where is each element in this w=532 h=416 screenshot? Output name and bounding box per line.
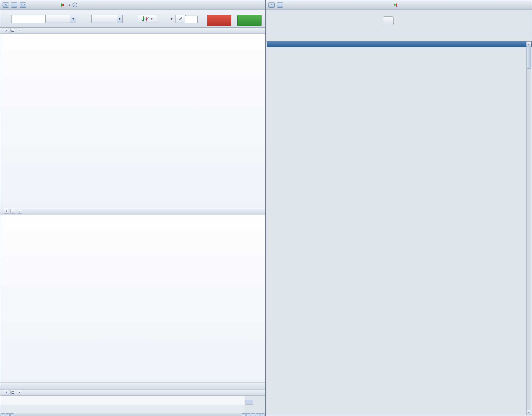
report-header — [266, 10, 532, 33]
minimize-icon[interactable]: − — [277, 2, 283, 8]
qty-input[interactable] — [185, 16, 197, 23]
time-axis — [0, 405, 245, 413]
equity-curve-chart[interactable] — [0, 34, 266, 208]
scroll-down-icon[interactable]: ▼ — [527, 410, 531, 415]
candlestick-icon — [394, 3, 397, 7]
layers-icon[interactable]: ≡ — [1, 414, 5, 416]
wrench-icon[interactable] — [4, 209, 9, 214]
equity-pane-header: × — [0, 28, 265, 34]
chart-style-button[interactable]: ▼ — [138, 15, 157, 23]
close-icon[interactable]: × — [268, 2, 275, 8]
chart-status-strip: ≡ + □ + − ↔ ↕ □ — [0, 413, 265, 416]
chart-toolbar: ▲▼ ▼ ▼ ▼ ▶ — [0, 10, 265, 28]
price-pane-header: ↓ ↑ — [0, 208, 265, 214]
detach-window-icon[interactable] — [10, 28, 15, 33]
close-icon[interactable]: × — [2, 2, 9, 8]
buy-button[interactable] — [237, 15, 262, 26]
expand-arrow-icon[interactable]: ▶ — [171, 17, 173, 20]
report-window: × − ▲ — [266, 0, 532, 416]
strategy-block — [321, 14, 414, 15]
wrench-icon[interactable] — [4, 390, 9, 395]
price-chart[interactable] — [0, 215, 266, 382]
positions-pane-header: × — [0, 389, 265, 396]
add-pane-icon[interactable]: + — [6, 414, 10, 416]
fullscreen-icon[interactable]: □ — [261, 414, 265, 416]
zoom-out-icon[interactable]: − — [246, 414, 250, 416]
symbol-dropdown-icon[interactable]: ▾ — [69, 3, 70, 6]
report-tabs — [266, 33, 532, 41]
chevron-down-icon[interactable]: ▼ — [150, 18, 153, 20]
minimize-icon[interactable]: − — [11, 2, 17, 8]
positions-zero-tag — [246, 400, 253, 405]
sell-arrow-icon[interactable]: ↓ — [10, 209, 15, 214]
chevron-down-icon[interactable]: ▼ — [117, 15, 122, 23]
scrollbar-thumb[interactable] — [527, 47, 531, 68]
units-select[interactable]: ▼ — [45, 15, 76, 23]
zoom-in-icon[interactable]: + — [242, 414, 246, 416]
chevron-down-icon[interactable]: ▼ — [70, 15, 76, 23]
report-window-titlebar: × − — [266, 0, 532, 10]
close-icon[interactable]: × — [17, 390, 22, 395]
wrench-button[interactable] — [176, 15, 186, 23]
scroll-up-icon[interactable]: ▲ — [527, 42, 531, 47]
detach-window-icon[interactable] — [10, 390, 15, 395]
candlestick-icon — [60, 2, 64, 7]
info-icon[interactable]: i — [73, 2, 77, 7]
close-icon[interactable]: × — [17, 28, 22, 33]
wrench-icon[interactable] — [4, 28, 9, 33]
buy-arrow-icon[interactable]: ↑ — [17, 209, 22, 214]
grid-icon[interactable]: □ — [10, 414, 14, 416]
vertical-scrollbar[interactable]: ▲ ▼ — [526, 41, 532, 415]
wrench-icon — [178, 17, 183, 21]
keyboard-icon[interactable] — [20, 2, 26, 8]
chart-window: × − ▾ i ▲▼ ▼ ▼ ▼ ▶ — [0, 0, 266, 416]
chart-window-titlebar: × − ▾ i — [0, 0, 265, 10]
positions-chart[interactable] — [0, 396, 245, 405]
chart-footer-strip — [0, 382, 265, 389]
backtest-dates — [462, 14, 528, 18]
quantity-stepper[interactable]: ▲▼ — [11, 15, 41, 23]
positions-table-header — [267, 41, 532, 47]
scroll-horizontal-icon[interactable]: ↔ — [251, 414, 255, 416]
scroll-vertical-icon[interactable]: ↕ — [256, 414, 260, 416]
sell-button[interactable] — [207, 15, 231, 26]
chart-style-icon — [142, 16, 149, 22]
modify-probacktest-button[interactable] — [383, 16, 394, 25]
timeframe-select[interactable]: ▼ — [91, 15, 123, 23]
